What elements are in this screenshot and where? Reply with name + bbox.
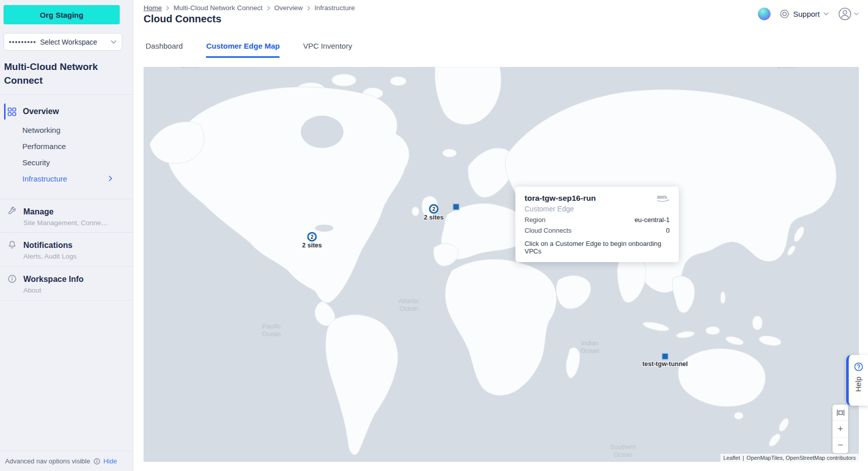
popup-region-value: eu-central-1 [635, 216, 670, 224]
site-cluster-marker[interactable]: 2 [429, 204, 439, 214]
chevron-down-icon [111, 40, 117, 44]
map-controls: + − [832, 405, 848, 453]
support-menu[interactable]: Support [780, 9, 829, 19]
sidebar-item-performance-label: Performance [22, 142, 66, 151]
customer-edge-marker[interactable] [662, 353, 669, 360]
support-label: Support [793, 10, 820, 18]
help-tab-label: Help [854, 377, 862, 392]
popup-connects-label: Cloud Connects [525, 227, 572, 234]
workspace-selector-label: Select Workspace [40, 38, 106, 46]
info-icon [8, 274, 17, 283]
popup-region-row: Region eu-central-1 [525, 216, 670, 224]
world-map[interactable]: Ocean Ocean Atlantic Ocean Pacific Ocean… [144, 67, 859, 462]
breadcrumb-separator-icon [267, 6, 270, 11]
sidebar-item-performance[interactable]: Performance [22, 138, 124, 154]
sidebar-item-overview-label: Overview [23, 107, 59, 116]
tab-vpc-inventory[interactable]: VPC Inventory [303, 42, 352, 58]
app-root: Org Staging Select Workspace Multi-Cloud… [0, 0, 868, 471]
lifebuoy-icon [780, 9, 789, 19]
zoom-out-button[interactable]: − [832, 438, 848, 453]
sidebar-item-networking-label: Networking [22, 126, 60, 134]
user-menu[interactable] [838, 7, 859, 21]
help-tab[interactable]: Help [846, 355, 868, 406]
sidebar-item-manage-sublabel: Site Management, Conne… [23, 219, 108, 227]
fit-bounds-button[interactable] [832, 405, 848, 421]
leaflet-link[interactable]: Leaflet [723, 455, 740, 461]
sidebar-item-workspace-info-label: Workspace Info [23, 274, 84, 284]
popup-region-label: Region [525, 216, 545, 224]
svg-text:aws: aws [657, 194, 667, 200]
overview-grid-icon [8, 107, 16, 116]
sidebar-item-manage-label: Manage [23, 207, 108, 217]
page-title: Cloud Connects [144, 13, 221, 25]
attribution-credits[interactable]: OpenMapTiles, OpenStreetMap contributors [747, 455, 856, 461]
sidebar-item-security-label: Security [22, 158, 50, 167]
popup-connects-value: 0 [666, 227, 670, 234]
sidebar-item-notifications-sublabel: Alerts, Audit Logs [23, 252, 77, 260]
chevron-down-icon [854, 12, 859, 16]
sidebar-divider [0, 94, 133, 95]
chevron-right-icon [109, 175, 113, 182]
sidebar-divider [0, 300, 133, 301]
bell-icon [8, 240, 17, 249]
sidebar-item-notifications[interactable]: Notifications Alerts, Audit Logs [0, 232, 133, 266]
breadcrumb: Home Multi-Cloud Network Connect Overvie… [144, 4, 355, 12]
map-attribution: Leaflet | OpenMapTiles, OpenStreetMap co… [720, 454, 859, 462]
tab-bar: Dashboard Customer Edge Map VPC Inventor… [146, 42, 352, 58]
avatar-icon [838, 7, 852, 21]
sidebar-item-infrastructure-label: Infrastructure [22, 174, 67, 183]
sidebar-item-manage[interactable]: Manage Site Management, Conne… [0, 199, 133, 232]
sidebar-item-networking[interactable]: Networking [22, 122, 124, 138]
workspace-grid-icon [9, 41, 36, 43]
sidebar-item-workspace-info[interactable]: Workspace Info About [0, 266, 133, 300]
brand-sphere-logo [758, 8, 771, 20]
chevron-down-icon [823, 12, 829, 16]
popup-connects-row: Cloud Connects 0 [525, 227, 670, 234]
popup-subtitle: Customer Edge [525, 205, 670, 213]
world-map-tiles [144, 67, 859, 462]
sidebar-item-workspace-info-sublabel: About [23, 286, 84, 294]
attribution-separator: | [743, 455, 744, 461]
info-icon [93, 458, 100, 465]
breadcrumb-separator-icon [166, 6, 169, 11]
sidebar-item-infrastructure[interactable]: Infrastructure [22, 170, 124, 187]
breadcrumb-separator-icon [307, 6, 310, 11]
org-staging-button[interactable]: Org Staging [4, 5, 120, 24]
workspace-selector[interactable]: Select Workspace [4, 33, 122, 51]
hide-nav-link[interactable]: Hide [103, 457, 117, 465]
wrench-icon [8, 207, 17, 216]
sidebar: Org Staging Select Workspace Multi-Cloud… [0, 0, 133, 471]
popup-hint-text: Click on a Customer Edge to begin onboar… [525, 240, 670, 255]
breadcrumb-infrastructure[interactable]: Infrastructure [315, 4, 355, 12]
popup-title: tora-tgw-sep16-run [525, 194, 596, 203]
site-cluster-marker[interactable]: 2 [307, 232, 317, 242]
sidebar-item-notifications-label: Notifications [23, 240, 77, 250]
zoom-in-button[interactable]: + [832, 421, 848, 437]
sidebar-item-overview[interactable]: Overview [0, 101, 133, 122]
sidebar-app-title: Multi-Cloud Network Connect [4, 60, 121, 87]
breadcrumb-overview[interactable]: Overview [274, 4, 303, 12]
tab-dashboard[interactable]: Dashboard [146, 42, 183, 58]
advanced-nav-text: Advanced nav options visible [5, 457, 90, 465]
breadcrumb-mcnc[interactable]: Multi-Cloud Network Connect [173, 4, 263, 12]
aws-logo-icon: aws [656, 194, 670, 203]
customer-edge-marker[interactable] [453, 204, 460, 210]
sidebar-footer: Advanced nav options visible Hide [0, 451, 133, 471]
tab-customer-edge-map[interactable]: Customer Edge Map [206, 42, 280, 58]
header-actions: Support [758, 7, 859, 21]
help-question-icon [854, 362, 863, 372]
customer-edge-popup: tora-tgw-sep16-run aws Customer Edge Reg… [515, 187, 679, 262]
sidebar-item-security[interactable]: Security [22, 154, 124, 170]
breadcrumb-home[interactable]: Home [144, 4, 162, 12]
